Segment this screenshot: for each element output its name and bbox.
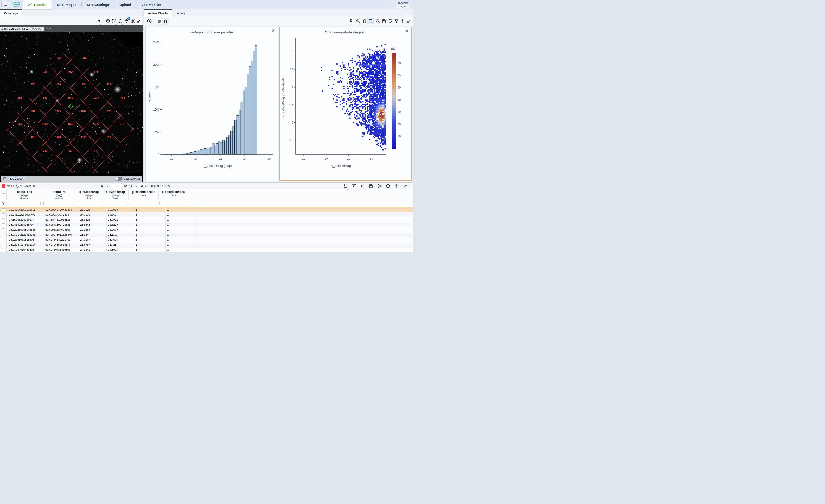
table-row[interactable]: -28.0304453543230452.6976073541536624.92… [0, 247, 412, 252]
histogram-bar[interactable] [235, 120, 237, 155]
histogram-bar[interactable] [202, 149, 204, 155]
add-column-button[interactable] [376, 183, 383, 189]
histogram-bar[interactable] [225, 141, 227, 155]
row-checkbox[interactable] [2, 228, 5, 231]
heatmap-cells[interactable] [321, 44, 386, 151]
histogram-bar[interactable] [222, 140, 225, 155]
row-checkbox[interactable] [2, 238, 5, 241]
select-all-checkbox[interactable] [2, 190, 5, 194]
histogram-bar[interactable] [210, 147, 212, 155]
row-checkbox[interactable] [2, 233, 5, 236]
select-region-button[interactable]: ▾ [117, 18, 124, 24]
box-select-mode-button[interactable] [367, 18, 374, 24]
histogram-plot[interactable]: 050010001500200025001820222426g_cModelMa… [147, 35, 277, 170]
table-row[interactable]: -28.04264265926865852.68056979043639422.… [0, 207, 412, 213]
next-page-button[interactable] [135, 184, 138, 188]
histogram-bar[interactable] [241, 102, 243, 155]
table-row[interactable]: -28.0273396181340852.6978664920146224.19… [0, 237, 412, 242]
histogram-bar[interactable] [190, 152, 192, 155]
filter-input-g_extendedness[interactable] [130, 200, 157, 206]
histogram-bar[interactable] [214, 145, 216, 155]
table-row[interactable]: -28.03014252148233352.70094363162884623.… [0, 232, 412, 237]
zoom-mode-button[interactable] [355, 18, 361, 24]
nav-tab-dp1-images[interactable]: DP1 Images [52, 0, 81, 9]
restore-chart-button[interactable] [387, 18, 393, 24]
row-checkbox[interactable] [2, 213, 5, 217]
histogram-bar[interactable] [230, 131, 233, 155]
pin-chart-button[interactable] [348, 18, 354, 24]
table-row[interactable]: -28.02926608894658552.6996168469316922.9… [0, 227, 412, 232]
histogram-bar[interactable] [196, 151, 198, 155]
tab-details[interactable]: Details [172, 10, 189, 17]
column-header-coord_ra[interactable]: coord_ra(deg)double [43, 189, 76, 200]
histogram-bar[interactable] [247, 74, 249, 155]
recenter-button[interactable]: ▾ [111, 18, 117, 24]
histogram-bar[interactable] [208, 148, 210, 155]
save-table-button[interactable] [368, 183, 374, 189]
row-checkbox[interactable] [2, 243, 5, 246]
histogram-bar[interactable] [233, 126, 235, 155]
table-settings-button[interactable] [393, 183, 400, 189]
text-view-button[interactable]: Tt [359, 183, 366, 189]
table-row[interactable]: -28.04115265503549652.680814367340324.68… [0, 213, 412, 217]
image-tools-button[interactable]: ▾ [95, 18, 101, 24]
filter-input-r_extendedness[interactable] [159, 200, 187, 206]
prev-page-button[interactable] [106, 184, 109, 188]
row-checkbox[interactable] [2, 223, 5, 226]
nav-tab-results[interactable]: Results [23, 0, 52, 9]
row-checkbox[interactable] [2, 218, 5, 222]
histogram-bar[interactable] [212, 143, 214, 155]
external-link-icon[interactable] [3, 177, 7, 181]
expand-table-button[interactable] [402, 183, 408, 189]
tab-coverage[interactable]: Coverage [0, 9, 22, 17]
nav-tab-dp1-catalogs[interactable]: DP1 Catalogs [82, 0, 114, 9]
sky-viewer[interactable]: HiPS / MOC ▾ Equ / Spherical ▾ LSSTComCa… [0, 25, 143, 182]
histogram-chart-card[interactable]: Histogram of g-magnitudes ✕ 050010001500… [146, 26, 278, 181]
overlay-visibility-button[interactable]: ▾ [130, 18, 136, 24]
tab-active-charts[interactable]: Active Charts [144, 9, 172, 17]
histogram-bar[interactable] [239, 110, 241, 155]
cmd-chart-card[interactable]: Color-magnitude diagram ✕ −0.500.511.521… [279, 26, 412, 181]
filter-input-g_cModelMag[interactable] [77, 200, 101, 206]
histogram-bar[interactable] [245, 87, 247, 155]
column-header-r_extendedness[interactable]: r_extendednessfloat [159, 189, 189, 200]
histogram-bar[interactable] [226, 137, 229, 155]
add-chart-button[interactable] [146, 18, 152, 24]
table-row[interactable]: -28.02784197567221452.6972655751987623.6… [0, 242, 412, 247]
filter-input-coord_ra[interactable] [44, 200, 74, 206]
column-header-g_extendedness[interactable]: g_extendednessfloat [129, 189, 159, 200]
table-row[interactable]: -28.0419226308370752.6957159070354523.58… [0, 222, 412, 227]
inspect-table-button[interactable]: ▾ [342, 183, 349, 189]
filter-row-icon[interactable] [1, 201, 5, 205]
nav-tab-job-monitor[interactable]: Job Monitor [136, 0, 166, 9]
last-page-button[interactable] [140, 184, 143, 188]
histogram-bar[interactable] [206, 148, 208, 155]
histogram-bar[interactable] [237, 115, 239, 155]
click-lock-toggle[interactable] [115, 177, 122, 181]
hamburger-menu-button[interactable] [1, 1, 10, 8]
grid-chart-view-button[interactable] [162, 18, 168, 24]
nav-tab-upload[interactable]: Upload [114, 0, 136, 9]
filter-table-button[interactable] [351, 183, 357, 189]
histogram-bar[interactable] [251, 61, 253, 155]
single-chart-view-button[interactable] [156, 18, 162, 24]
first-page-button[interactable] [101, 184, 104, 188]
histogram-bar[interactable] [198, 150, 200, 155]
histogram-bar[interactable] [216, 144, 218, 155]
save-chart-button[interactable] [381, 18, 387, 24]
table-row[interactable]: -27.8599621401667752.7504761991531123.63… [0, 217, 412, 222]
layers-button[interactable]: 5 ▾ [124, 18, 130, 24]
expand-charts-button[interactable] [405, 18, 412, 24]
cmd-plot[interactable]: −0.500.511.5218202224g_cModelMagg_cModel… [281, 35, 410, 170]
histogram-bar[interactable] [249, 67, 251, 155]
color-palette-button[interactable]: ▾ [105, 18, 111, 24]
row-checkbox[interactable] [2, 248, 5, 251]
histogram-bar[interactable] [184, 153, 186, 155]
histogram-bar[interactable] [243, 91, 245, 155]
column-header-coord_dec[interactable]: coord_dec(deg)double [7, 189, 43, 200]
table-info-button[interactable]: i [385, 183, 391, 189]
close-cmd-icon[interactable]: ✕ [405, 29, 408, 32]
column-header-g_cModelMag[interactable]: g_cModelMag(mag)float [76, 189, 102, 200]
filter-chart-button[interactable] [393, 18, 399, 24]
row-checkbox[interactable] [2, 208, 5, 212]
